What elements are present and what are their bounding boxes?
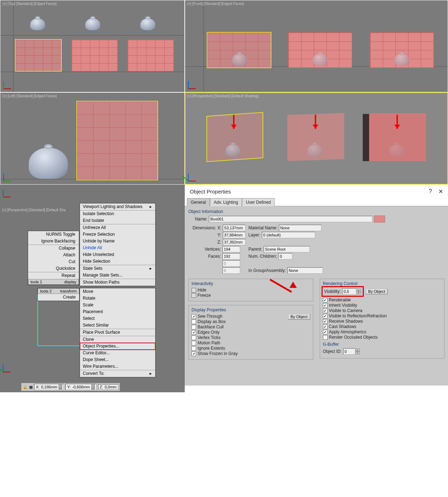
menu-item-viewport-lighting[interactable]: Viewport Lighting and Shadows xyxy=(80,203,155,210)
menu-item-select-similar[interactable]: Select Similar xyxy=(80,322,155,329)
transform-y-field[interactable]: Y:-0,606mm xyxy=(65,384,96,390)
viewport-front-label: [+] [Front] [Standard] [Edged Faces] xyxy=(187,2,244,6)
quad-menu-tools2[interactable]: tools 2transform Create xyxy=(37,288,80,301)
name-field[interactable] xyxy=(209,216,372,222)
checkbox-backface-cull[interactable]: Backface Cull xyxy=(191,324,310,329)
quad-menu-display[interactable]: Viewport Lighting and Shadows Isolate Se… xyxy=(80,203,156,286)
menu-item-cut[interactable]: Cut xyxy=(28,258,79,265)
color-swatch[interactable] xyxy=(374,215,385,223)
menu-item-show-motion-paths[interactable]: Show Motion Paths xyxy=(80,279,155,286)
help-button[interactable]: ? xyxy=(429,188,432,195)
teapot-icon xyxy=(394,54,409,66)
menu-item-freeze-selection[interactable]: Freeze Selection xyxy=(80,231,155,238)
checkbox-hide[interactable]: Hide xyxy=(191,288,310,293)
tab-adv-lighting[interactable]: Adv. Lighting xyxy=(210,198,242,206)
viewport-front[interactable]: [+] [Front] [Standard] [Edged Faces] xyxy=(185,0,448,92)
checkbox-vertex-ticks[interactable]: Vertex Ticks xyxy=(191,335,310,340)
teapot-icon xyxy=(226,144,241,156)
checkbox-display-as-box[interactable]: Display as Box xyxy=(191,319,288,324)
checkbox-edges-only[interactable]: Edges Only xyxy=(191,330,310,335)
transform-x-field[interactable]: X:0,186mm xyxy=(34,384,64,390)
status-bar: 🔒 ▦ X:0,186mm Y:-0,606mm Z:0,0mm xyxy=(21,383,120,391)
menu-item-end-isolate[interactable]: End Isolate xyxy=(80,217,155,224)
menu-item-unhide-by-name[interactable]: Unhide by Name xyxy=(80,238,155,245)
checkbox-show-frozen-in-gray[interactable]: Show Frozen in Gray xyxy=(191,351,310,356)
menu-item-collapse[interactable]: Collapse xyxy=(28,245,79,252)
group-gbuffer: G-Buffer xyxy=(323,342,442,347)
arrow-icon xyxy=(233,115,234,129)
viewport-perspective-label-2: [+] [Perspective] [Standard] [Default Sh… xyxy=(2,208,66,212)
axis-gizmo xyxy=(188,171,198,181)
checkbox-cast-shadows[interactable]: Cast Shadows xyxy=(323,324,442,329)
menu-item-unfreeze-all[interactable]: Unfreeze All xyxy=(80,224,155,231)
context-menu-area: [+] [Perspective] [Standard] [Default Sh… xyxy=(0,185,185,392)
menu-item-quickslice[interactable]: Quickslice xyxy=(28,265,79,272)
lock-icon[interactable]: 🔒 xyxy=(23,385,28,389)
checkbox-see-through[interactable]: See-Through xyxy=(191,314,288,319)
menu-item-state-sets[interactable]: State Sets xyxy=(80,265,155,272)
menu-item-manage-state-sets[interactable]: Manage State Sets... xyxy=(80,272,155,279)
menu-item-clone[interactable]: Clone xyxy=(80,336,155,343)
menu-item-select[interactable]: Select xyxy=(80,315,155,322)
menu-item-hide-selection[interactable]: Hide Selection xyxy=(80,258,155,265)
transform-z-field[interactable]: Z:0,0mm xyxy=(98,384,118,390)
viewport-left[interactable]: [+] [Left] [Standard] [Edged Faces] xyxy=(0,92,185,185)
arrow-icon xyxy=(396,115,398,129)
checkbox-render-occluded-objects[interactable]: Render Occluded Objects xyxy=(323,335,442,340)
blank-field xyxy=(222,260,240,267)
box-object-selected[interactable] xyxy=(77,101,158,180)
menu-item-isolate[interactable]: Isolate Selection xyxy=(80,211,155,217)
checkbox-visible-to-camera[interactable]: Visible to Camera xyxy=(323,308,442,313)
by-object-button-2[interactable]: By Object xyxy=(366,289,388,294)
by-object-button[interactable]: By Object xyxy=(288,314,310,320)
menu-item-move[interactable]: Move xyxy=(80,288,155,295)
tab-user-defined[interactable]: User Defined xyxy=(242,198,275,206)
viewport-top[interactable]: [+] [Top] [Standard] [Edged Faces] xyxy=(0,0,185,92)
menu-item-repeat[interactable]: Repeat xyxy=(28,272,79,279)
menu-item-place-pivot[interactable]: Place Pivot Surface xyxy=(80,329,155,336)
close-button[interactable]: ✕ xyxy=(438,188,443,195)
menu-item-object-properties[interactable]: Object Properties... xyxy=(80,343,155,350)
teapot-icon xyxy=(30,18,45,30)
menu-item-attach[interactable]: Attach xyxy=(28,252,79,258)
checkbox-freeze[interactable]: Freeze xyxy=(191,293,310,298)
menu-item-wire-parameters[interactable]: Wire Parameters... xyxy=(80,363,155,370)
object-id-spinner[interactable] xyxy=(343,348,355,355)
checkbox-ignore-extents[interactable]: Ignore Extents xyxy=(191,346,310,351)
vertices-field xyxy=(222,246,240,252)
checkbox-inherit-visibility[interactable]: Inherit Visibility xyxy=(323,303,442,308)
checkbox-receive-shadows[interactable]: Receive Shadows xyxy=(323,319,442,324)
dim-x-field xyxy=(223,225,245,231)
box-object[interactable] xyxy=(71,39,118,71)
dim-z-field xyxy=(223,239,245,245)
grid-icon[interactable]: ▦ xyxy=(29,385,33,389)
object-properties-dialog: Object Properties ? ✕ General Adv. Light… xyxy=(185,185,448,392)
teapot-icon xyxy=(313,54,328,66)
quad-menu-tools1[interactable]: NURMS Toggle Ignore Backfacing Collapse … xyxy=(28,231,79,285)
menu-item-hide-unselected[interactable]: Hide Unselected xyxy=(80,251,155,258)
visibility-spinner[interactable] xyxy=(342,288,356,295)
teapot-icon xyxy=(389,144,404,156)
viewport-perspective[interactable]: [+] [Perspective] [Standard] [Default Sh… xyxy=(185,92,448,185)
menu-item-curve-editor[interactable]: Curve Editor... xyxy=(80,350,155,356)
quad-menu-transform[interactable]: Move Rotate Scale Placement Select Selec… xyxy=(80,288,156,377)
menu-item-unhide-all[interactable]: Unhide All xyxy=(80,245,155,251)
viewport-top-label: [+] [Top] [Standard] [Edged Faces] xyxy=(2,2,56,6)
axis-gizmo xyxy=(3,362,13,372)
checkbox-apply-atmospherics[interactable]: Apply Atmospherics xyxy=(323,329,442,334)
menu-item-rotate[interactable]: Rotate xyxy=(80,295,155,302)
box-object[interactable] xyxy=(128,39,174,71)
menu-item-placement[interactable]: Placement xyxy=(80,308,155,315)
menu-item-nurms[interactable]: NURMS Toggle xyxy=(28,231,79,238)
menu-item-dope-sheet[interactable]: Dope Sheet... xyxy=(80,356,155,363)
checkbox-visible-to-reflection-refraction[interactable]: Visible to Reflection/Refraction xyxy=(323,313,442,318)
teapot-icon xyxy=(29,148,68,179)
menu-item-scale[interactable]: Scale xyxy=(80,302,155,308)
menu-item-create[interactable]: Create xyxy=(38,294,79,301)
menu-item-ignore-backfacing[interactable]: Ignore Backfacing xyxy=(28,238,79,245)
tab-general[interactable]: General xyxy=(187,198,210,206)
checkbox-renderable[interactable]: Renderable xyxy=(323,297,442,302)
menu-item-convert-to[interactable]: Convert To: xyxy=(80,370,155,377)
box-object-selected[interactable] xyxy=(15,39,61,71)
checkbox-motion-path[interactable]: Motion Path xyxy=(191,340,310,345)
